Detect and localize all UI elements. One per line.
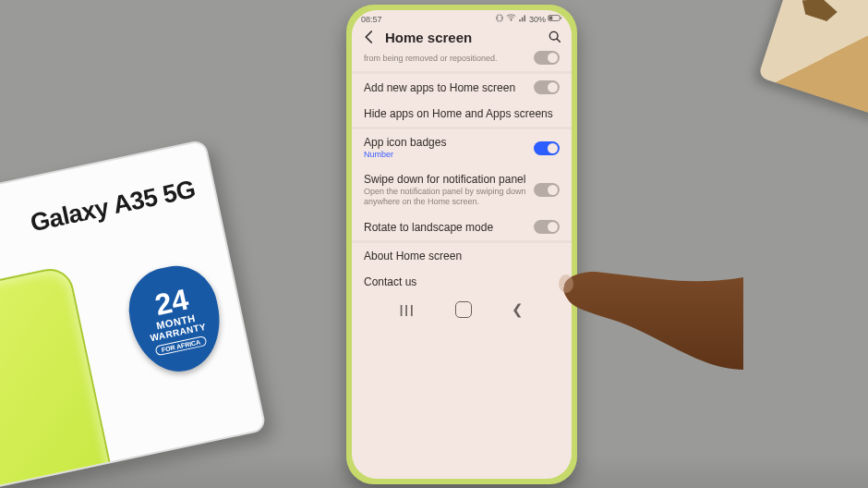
- toggle-rotate-landscape[interactable]: [534, 220, 560, 234]
- toggle-lock-layout[interactable]: [534, 51, 560, 65]
- row-title: Contact us: [364, 275, 560, 288]
- box-phone-render: [0, 264, 130, 488]
- phone-frame: 08:57 30%: [346, 5, 577, 484]
- row-title: Add new apps to Home screen: [364, 81, 534, 94]
- status-bar: 08:57 30%: [352, 10, 572, 25]
- wood-prop: [758, 0, 868, 123]
- row-subtitle: Open the notification panel by swiping d…: [364, 187, 534, 207]
- back-button[interactable]: ❮: [512, 301, 524, 318]
- row-contact-us[interactable]: Contact us: [352, 269, 572, 295]
- page-title: Home screen: [385, 30, 540, 45]
- toggle-add-new-apps[interactable]: [534, 80, 560, 94]
- home-button[interactable]: [455, 301, 472, 318]
- row-hide-apps[interactable]: Hide apps on Home and Apps screens: [352, 101, 572, 127]
- recents-button[interactable]: |||: [400, 302, 416, 316]
- row-add-new-apps[interactable]: Add new apps to Home screen: [352, 74, 572, 101]
- toggle-swipe-down-notification[interactable]: [534, 183, 560, 197]
- row-rotate-landscape[interactable]: Rotate to landscape mode: [352, 214, 572, 240]
- settings-header: Home screen: [352, 25, 572, 51]
- product-box: Galaxy A35 5G 24 MONTH WARRANTY FOR AFRI…: [0, 139, 267, 488]
- wifi-icon: [506, 14, 516, 24]
- warranty-badge: 24 MONTH WARRANTY FOR AFRICA: [121, 259, 230, 380]
- battery-icon: [548, 14, 562, 24]
- row-title: Hide apps on Home and Apps screens: [364, 107, 560, 120]
- vibrate-icon: [495, 14, 504, 24]
- svg-rect-1: [549, 17, 553, 20]
- settings-list: from being removed or repositioned. Add …: [352, 51, 572, 299]
- phone-screen: 08:57 30%: [352, 10, 572, 479]
- signal-icon: [518, 14, 527, 24]
- toggle-app-icon-badges[interactable]: [534, 141, 560, 155]
- back-icon[interactable]: [361, 29, 378, 45]
- product-box-title: Galaxy A35 5G: [28, 175, 198, 238]
- row-title: Rotate to landscape mode: [364, 221, 534, 234]
- status-time: 08:57: [361, 15, 382, 24]
- svg-rect-2: [561, 17, 561, 18]
- row-lock-layout-truncated[interactable]: from being removed or repositioned.: [352, 51, 572, 71]
- row-subtitle: from being removed or repositioned.: [364, 54, 534, 64]
- row-app-icon-badges[interactable]: App icon badges Number: [352, 129, 572, 166]
- row-title: App icon badges: [364, 136, 534, 149]
- row-title: About Home screen: [364, 250, 560, 262]
- android-nav-bar: ||| ❮: [352, 299, 572, 320]
- row-swipe-down-notification[interactable]: Swipe down for notification panel Open t…: [352, 166, 572, 214]
- row-about-home-screen[interactable]: About Home screen: [352, 243, 572, 269]
- battery-percent: 30%: [529, 15, 546, 24]
- row-title: Swipe down for notification panel: [364, 173, 534, 186]
- row-subtitle: Number: [364, 150, 534, 160]
- hand-pointer: [559, 240, 743, 351]
- search-icon[interactable]: [548, 30, 562, 44]
